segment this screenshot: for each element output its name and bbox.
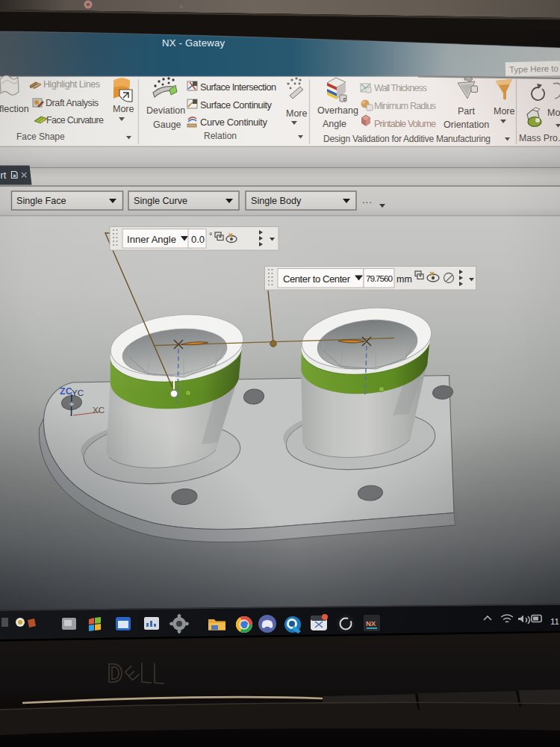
svg-text:11: 11 [550, 617, 559, 626]
svg-text:NX: NX [366, 619, 376, 627]
